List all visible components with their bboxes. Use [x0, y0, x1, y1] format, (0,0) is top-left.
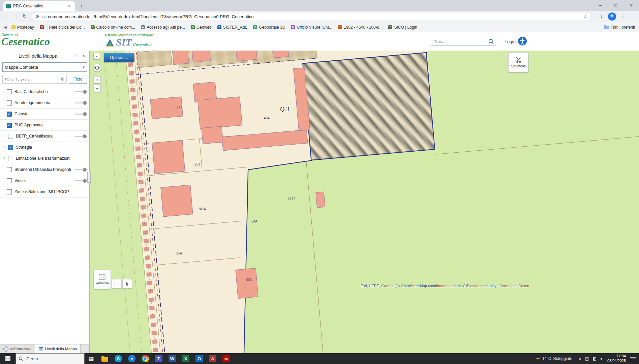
slider-knob[interactable]: [83, 168, 87, 172]
expander-icon[interactable]: +: [2, 134, 6, 139]
zoom-out-button[interactable]: −: [94, 85, 101, 92]
notification-center-icon[interactable]: [630, 356, 636, 361]
taskbar-weather[interactable]: ☀ 14°C Soleggiato: [536, 356, 572, 361]
layer-row-strategia[interactable]: +✓Strategia: [0, 142, 89, 153]
layer-checkbox[interactable]: ✓: [7, 112, 12, 117]
pointer-tool-button[interactable]: [122, 279, 132, 289]
panel-menu-icon[interactable]: ≡: [74, 53, 77, 59]
taskbar-app-excel[interactable]: X: [179, 353, 192, 364]
layer-checkbox[interactable]: [7, 167, 12, 172]
tray-app-icon[interactable]: ▤: [585, 356, 589, 361]
opacity-slider[interactable]: [74, 168, 87, 172]
layer-checkbox[interactable]: [8, 156, 13, 161]
window-close-button[interactable]: ✕: [623, 0, 639, 11]
bookmark-rete-civica-del-co[interactable]: R:: Rete civica del Co...: [40, 25, 85, 30]
taskbar-app-file-explorer[interactable]: [98, 353, 112, 364]
layer-filter-input[interactable]: [3, 75, 46, 84]
downloads-icon[interactable]: ↓: [600, 13, 603, 19]
taskbar-app-acrobat[interactable]: PDF: [219, 353, 233, 364]
taskbar-app-access[interactable]: A: [206, 353, 219, 364]
slider-knob[interactable]: [83, 112, 87, 116]
opacity-slider[interactable]: [74, 90, 87, 94]
new-tab-button[interactable]: +: [78, 2, 85, 9]
filter-button[interactable]: Filtro: [69, 75, 87, 84]
window-minimize-button[interactable]: ─: [592, 0, 608, 11]
opacity-slider[interactable]: [74, 112, 87, 116]
layer-checkbox[interactable]: ✓: [7, 123, 12, 128]
menu-dots-icon[interactable]: ⋮: [621, 13, 626, 19]
layer-row-pug-approvato[interactable]: ✓PUG Approvato: [0, 120, 89, 131]
taskbar-app-chrome[interactable]: [139, 353, 152, 364]
layer-row-basi-cartografiche[interactable]: Basi Cartografiche: [0, 86, 89, 97]
tab-close-icon[interactable]: ✕: [67, 4, 72, 9]
window-maximize-button[interactable]: ▢: [608, 0, 623, 11]
bookmark-geoweb[interactable]: GGeoweb: [191, 25, 212, 30]
opacity-slider[interactable]: [74, 179, 87, 183]
taskbar-app-word[interactable]: W: [165, 353, 179, 364]
slider-knob[interactable]: [83, 90, 87, 94]
select-tool-button[interactable]: [112, 279, 122, 289]
network-icon[interactable]: ◧: [592, 356, 596, 361]
bookmark-geoportale-3d[interactable]: GGeoportale 3D: [253, 25, 285, 30]
layer-checkbox[interactable]: [7, 178, 12, 183]
clear-filter-icon[interactable]: ⊗: [61, 77, 65, 81]
options-button[interactable]: Opzioni...: [104, 53, 134, 62]
layer-checkbox[interactable]: ✓: [8, 145, 13, 150]
layer-row-strumenti-urbanistici-previgenti[interactable]: Strumenti Urbanistici Previgenti: [0, 164, 89, 175]
tab-informazioni[interactable]: i Informazioni: [0, 344, 35, 353]
opacity-slider[interactable]: [74, 101, 87, 105]
layer-row-aerofotogrammetria[interactable]: Aerofotogrammetria: [0, 97, 89, 109]
expander-icon[interactable]: +: [2, 145, 6, 150]
layer-row-limitazione-alle-trasformazioni[interactable]: +Limitazione alle trasformazioni: [0, 153, 89, 164]
layer-filter-field[interactable]: ⊗: [2, 75, 67, 84]
generic-tool-button[interactable]: Generica: [93, 270, 111, 289]
taskbar-search[interactable]: [16, 353, 85, 364]
taskbar-app-skype[interactable]: S: [112, 353, 125, 364]
profile-avatar[interactable]: [608, 12, 616, 21]
layer-checkbox[interactable]: [7, 89, 12, 94]
panel-collapse-button[interactable]: ‹: [93, 53, 100, 60]
bookmark-calcolo-on-line-com[interactable]: CCalcolo on-line com...: [91, 25, 135, 30]
search-icon[interactable]: [488, 39, 494, 44]
taskbar-search-input[interactable]: [26, 356, 78, 362]
panel-resize-handle[interactable]: [87, 172, 91, 183]
panel-close-icon[interactable]: ✕: [82, 54, 85, 58]
all-bookmarks-button[interactable]: Tutti i preferiti: [604, 25, 635, 30]
zoom-in-button[interactable]: +: [94, 76, 101, 83]
start-button[interactable]: [0, 353, 16, 364]
locate-icon[interactable]: [93, 64, 101, 72]
apps-grid-icon[interactable]: ⊞: [3, 25, 7, 30]
back-icon[interactable]: ←: [3, 13, 11, 19]
layer-checkbox[interactable]: [7, 100, 12, 105]
header-search[interactable]: [431, 37, 496, 46]
bookmark-ufficio-visure-icm[interactable]: UUfficio Visure ICM...: [291, 25, 332, 30]
volume-icon[interactable]: ●: [600, 356, 603, 361]
tools-button[interactable]: Strumenti: [508, 52, 528, 72]
bookmark-sister-ade[interactable]: SSISTER_AdE: [217, 25, 248, 30]
layer-row-zone-e-sottozone-imu-iscop[interactable]: Zone e Sottozone IMU-ISCOP: [0, 186, 89, 198]
taskbar-app-teams[interactable]: T: [152, 353, 165, 364]
hatched-zone[interactable]: [303, 53, 435, 160]
slider-knob[interactable]: [83, 101, 87, 105]
expander-icon[interactable]: +: [2, 156, 6, 161]
layer-row-vincoli[interactable]: Vincoli: [0, 175, 89, 186]
taskbar-clock[interactable]: 17:04 08/04/2025: [607, 354, 626, 363]
taskbar-app-edge[interactable]: e: [125, 353, 139, 364]
taskbar-app-outlook[interactable]: O: [192, 353, 206, 364]
bookmark-star-icon[interactable]: ☆: [583, 14, 587, 19]
slider-knob[interactable]: [83, 179, 87, 183]
layer-row-catasto[interactable]: ✓Catasto: [0, 109, 89, 120]
header-search-input[interactable]: [431, 37, 488, 46]
taskbar-app-task-view[interactable]: ▦: [85, 353, 98, 364]
url-bar[interactable]: ⚙ sit.comune.cesenatico.fc.it/html5Viewe…: [31, 12, 592, 21]
layer-checkbox[interactable]: [7, 189, 12, 194]
bookmark-postepay[interactable]: PPostepay: [11, 25, 34, 30]
bookmark-sico-login[interactable]: SSICO | Login: [388, 25, 417, 30]
site-settings-icon[interactable]: ⚙: [35, 14, 39, 19]
bookmark-1982-4500-100-8[interactable]: 11982 - 4500 - 100-8...: [338, 25, 383, 30]
map-select-dropdown[interactable]: Mappa Completa ▾: [2, 62, 87, 72]
bookmark-accesso-agli-atti-pe[interactable]: AAccesso agli Atti pe...: [141, 25, 185, 30]
tray-expand-icon[interactable]: ∧: [578, 356, 581, 361]
layer-row-dbtr-ctrmultiscala[interactable]: +DBTR_CtrMultiscala: [0, 131, 89, 142]
refresh-icon[interactable]: ↻: [21, 13, 28, 19]
